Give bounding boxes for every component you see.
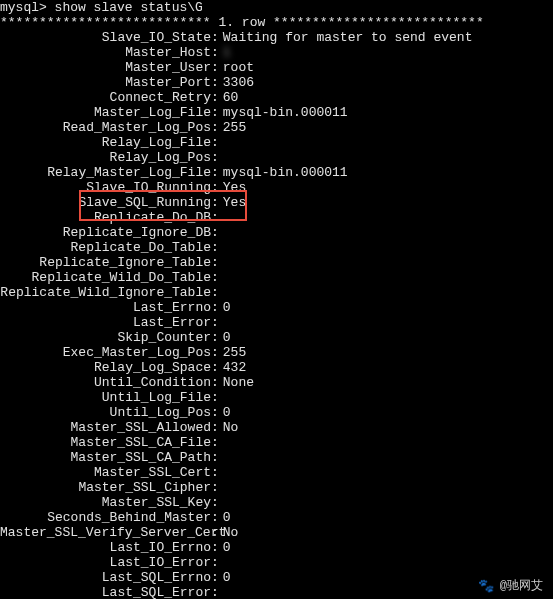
colon: : bbox=[211, 180, 219, 195]
field-value: mysql-bin.000011 bbox=[219, 165, 348, 180]
status-row: Last_IO_Error: bbox=[0, 555, 553, 570]
status-row: Slave_SQL_Running:Yes bbox=[0, 195, 553, 210]
status-row: Master_Host:1 bbox=[0, 45, 553, 60]
colon: : bbox=[211, 45, 219, 60]
status-row: Master_SSL_Allowed:No bbox=[0, 420, 553, 435]
status-row: Read_Master_Log_Pos:255 bbox=[0, 120, 553, 135]
status-row: Master_SSL_Cert: bbox=[0, 465, 553, 480]
colon: : bbox=[211, 135, 219, 150]
colon: : bbox=[211, 315, 219, 330]
field-label: Master_Host bbox=[0, 45, 211, 60]
field-label: Last_SQL_Error bbox=[0, 585, 211, 599]
status-row: Last_SQL_Errno:0 bbox=[0, 570, 553, 585]
colon: : bbox=[211, 345, 219, 360]
mysql-prompt: mysql> show slave status\G bbox=[0, 0, 553, 15]
status-row: Master_Port:3306 bbox=[0, 75, 553, 90]
status-row: Master_SSL_Cipher: bbox=[0, 480, 553, 495]
status-rows: Slave_IO_State:Waiting for master to sen… bbox=[0, 30, 553, 599]
status-row: Master_SSL_Key: bbox=[0, 495, 553, 510]
status-row: Slave_IO_Running:Yes bbox=[0, 180, 553, 195]
field-label: Last_Error bbox=[0, 315, 211, 330]
colon: : bbox=[211, 420, 219, 435]
field-value: No bbox=[219, 525, 239, 540]
status-row: Relay_Log_File: bbox=[0, 135, 553, 150]
status-row: Master_SSL_CA_Path: bbox=[0, 450, 553, 465]
colon: : bbox=[211, 405, 219, 420]
colon: : bbox=[211, 150, 219, 165]
status-row: Until_Log_Pos:0 bbox=[0, 405, 553, 420]
field-label: Master_SSL_Key bbox=[0, 495, 211, 510]
colon: : bbox=[211, 585, 219, 599]
field-value bbox=[219, 585, 223, 599]
status-row: Until_Log_File: bbox=[0, 390, 553, 405]
status-row: Replicate_Ignore_Table: bbox=[0, 255, 553, 270]
status-row: Replicate_Wild_Do_Table: bbox=[0, 270, 553, 285]
field-value bbox=[219, 150, 262, 165]
paw-icon: 🐾 bbox=[478, 579, 494, 594]
colon: : bbox=[211, 240, 219, 255]
field-label: Relay_Log_File bbox=[0, 135, 211, 150]
field-value bbox=[219, 270, 223, 285]
field-value bbox=[219, 135, 379, 150]
field-label: Master_SSL_Allowed bbox=[0, 420, 211, 435]
field-label: Replicate_Do_Table bbox=[0, 240, 211, 255]
status-row: Relay_Log_Space:432 bbox=[0, 360, 553, 375]
colon: : bbox=[211, 285, 219, 300]
status-row: Last_Errno:0 bbox=[0, 300, 553, 315]
colon: : bbox=[211, 210, 219, 225]
field-value bbox=[219, 255, 223, 270]
colon: : bbox=[211, 450, 219, 465]
field-label: Until_Log_File bbox=[0, 390, 211, 405]
colon: : bbox=[211, 30, 219, 45]
field-label: Relay_Log_Pos bbox=[0, 150, 211, 165]
field-label: Master_SSL_CA_File bbox=[0, 435, 211, 450]
field-value bbox=[219, 450, 223, 465]
field-value bbox=[219, 495, 223, 510]
status-row: Until_Condition:None bbox=[0, 375, 553, 390]
status-row: Slave_IO_State:Waiting for master to sen… bbox=[0, 30, 553, 45]
field-label: Master_SSL_Cipher bbox=[0, 480, 211, 495]
colon: : bbox=[211, 555, 219, 570]
colon: : bbox=[211, 375, 219, 390]
field-label: Seconds_Behind_Master bbox=[0, 510, 211, 525]
field-value bbox=[219, 315, 223, 330]
field-value: 0 bbox=[219, 330, 231, 345]
colon: : bbox=[211, 495, 219, 510]
colon: : bbox=[211, 255, 219, 270]
watermark-text: @驰网艾 bbox=[500, 579, 543, 594]
field-value bbox=[219, 210, 223, 225]
field-label: Until_Log_Pos bbox=[0, 405, 211, 420]
field-label: Slave_SQL_Running bbox=[0, 195, 211, 210]
field-value: Waiting for master to send event bbox=[219, 30, 473, 45]
field-label: Exec_Master_Log_Pos bbox=[0, 345, 211, 360]
colon: : bbox=[211, 195, 219, 210]
field-label: Skip_Counter bbox=[0, 330, 211, 345]
field-label: Last_IO_Error bbox=[0, 555, 211, 570]
field-label: Relay_Log_Space bbox=[0, 360, 211, 375]
field-value: root bbox=[219, 60, 254, 75]
field-label: Replicate_Do_DB bbox=[0, 210, 211, 225]
field-label: Master_Log_File bbox=[0, 105, 211, 120]
colon: : bbox=[211, 90, 219, 105]
field-value bbox=[219, 225, 223, 240]
field-value bbox=[219, 480, 223, 495]
colon: : bbox=[211, 360, 219, 375]
status-row: Last_Error: bbox=[0, 315, 553, 330]
colon: : bbox=[211, 390, 219, 405]
colon: : bbox=[211, 75, 219, 90]
colon: : bbox=[211, 225, 219, 240]
field-value bbox=[219, 465, 223, 480]
field-value: 255 bbox=[219, 120, 246, 135]
colon: : bbox=[211, 465, 219, 480]
field-value: Yes bbox=[219, 180, 246, 195]
colon: : bbox=[211, 540, 219, 555]
field-label: Master_SSL_Verify_Server_Cert bbox=[0, 525, 211, 540]
field-value bbox=[219, 285, 223, 300]
colon: : bbox=[211, 120, 219, 135]
field-value bbox=[219, 240, 223, 255]
field-label: Last_IO_Errno bbox=[0, 540, 211, 555]
status-row: Last_IO_Errno:0 bbox=[0, 540, 553, 555]
colon: : bbox=[211, 60, 219, 75]
field-value: 60 bbox=[219, 90, 239, 105]
status-row: Replicate_Ignore_DB: bbox=[0, 225, 553, 240]
